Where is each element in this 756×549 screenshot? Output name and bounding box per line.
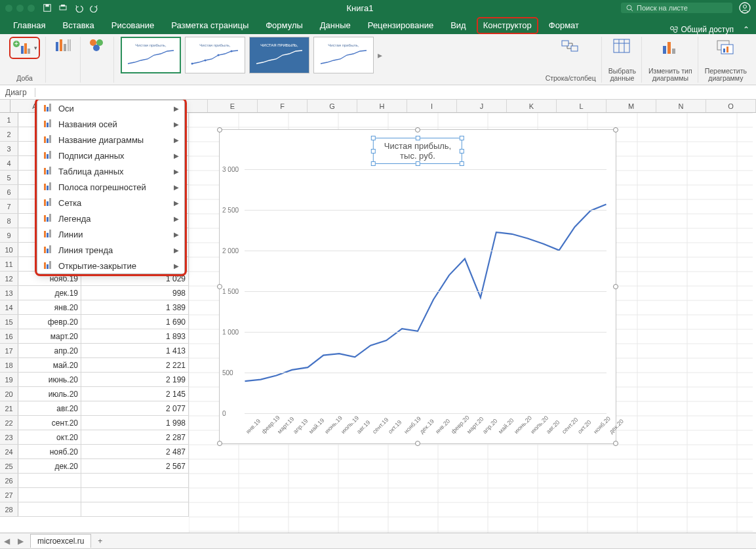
tab-review[interactable]: Рецензирование [361, 17, 440, 34]
save-icon[interactable] [43, 3, 52, 12]
row-header[interactable]: 9 [0, 228, 18, 242]
cell[interactable]: февр.20 [18, 315, 81, 329]
cell[interactable]: 2 487 [81, 445, 189, 458]
row-header[interactable]: 1 [0, 113, 18, 127]
col-header[interactable]: K [507, 100, 557, 112]
row-header[interactable]: 11 [0, 257, 18, 271]
row-header[interactable]: 7 [0, 199, 18, 213]
menu-item-error-bars[interactable]: Полоса погрешностей▶ [37, 179, 184, 195]
row-header[interactable]: 15 [0, 315, 18, 329]
cell[interactable]: дек.19 [18, 286, 81, 300]
share-button[interactable]: Общий доступ [669, 25, 734, 34]
cell[interactable]: 1 413 [81, 344, 189, 357]
row-header[interactable]: 21 [0, 401, 18, 415]
menu-item-data-table[interactable]: Таблица данных▶ [37, 163, 184, 179]
cell[interactable]: июнь.20 [18, 373, 81, 386]
row-header[interactable]: 20 [0, 387, 18, 401]
tab-pagelayout[interactable]: Разметка страницы [165, 17, 255, 34]
row-header[interactable]: 19 [0, 373, 18, 386]
menu-item-axis-titles[interactable]: Названия осей▶ [37, 116, 184, 132]
col-header[interactable]: J [457, 100, 507, 112]
cell[interactable]: март.20 [18, 329, 81, 343]
change-chart-type-icon[interactable] [659, 37, 681, 56]
row-header[interactable]: 4 [0, 156, 18, 170]
tab-draw[interactable]: Рисование [105, 17, 161, 34]
col-header[interactable]: N [656, 100, 706, 112]
cell[interactable]: 2 221 [81, 358, 189, 372]
cell[interactable]: апр.20 [18, 344, 81, 357]
tab-format[interactable]: Формат [542, 17, 586, 34]
tab-data[interactable]: Данные [313, 17, 357, 34]
row-header[interactable]: 8 [0, 214, 18, 228]
cell[interactable]: 2 145 [81, 387, 189, 401]
row-header[interactable]: 6 [0, 185, 18, 199]
cell[interactable] [81, 488, 189, 502]
menu-item-lines[interactable]: Линии▶ [37, 226, 184, 242]
row-header[interactable]: 26 [0, 474, 18, 487]
add-chart-element-button[interactable]: + ▾ [9, 37, 40, 59]
sheet-tab[interactable]: microexcel.ru [30, 534, 91, 548]
col-header[interactable]: E [208, 100, 258, 112]
menu-item-legend[interactable]: Легенда▶ [37, 211, 184, 226]
cell[interactable] [81, 502, 189, 516]
cell[interactable]: 2 199 [81, 373, 189, 386]
menu-item-trendline[interactable]: Линия тренда▶ [37, 242, 184, 258]
quick-layout-icon[interactable] [52, 37, 75, 54]
cell[interactable] [18, 488, 81, 502]
chart-title[interactable]: Чистая прибыль,тыс. руб. [373, 138, 462, 164]
cell[interactable]: 1 690 [81, 315, 189, 329]
row-header[interactable]: 24 [0, 445, 18, 458]
traffic-lights[interactable] [5, 5, 35, 12]
col-header[interactable]: H [357, 100, 407, 112]
row-header[interactable]: 23 [0, 430, 18, 444]
cell[interactable] [18, 502, 81, 516]
collapse-ribbon-icon[interactable]: ⌃ [743, 25, 749, 34]
search-input[interactable]: Поиск на листе [621, 3, 732, 13]
cell[interactable]: сент.20 [18, 416, 81, 430]
switch-rowcol-icon[interactable] [559, 37, 582, 56]
cell[interactable]: 2 287 [81, 430, 189, 444]
row-header[interactable]: 28 [0, 502, 18, 516]
print-icon[interactable] [58, 3, 68, 12]
tab-view[interactable]: Вид [444, 17, 473, 34]
cell[interactable]: 2 567 [81, 459, 189, 473]
cell[interactable] [81, 474, 189, 487]
row-header[interactable]: 2 [0, 127, 18, 141]
quick-access-toolbar[interactable] [43, 3, 99, 12]
col-header[interactable]: I [407, 100, 457, 112]
row-header[interactable]: 12 [0, 272, 18, 285]
chart-style-3[interactable]: ЧИСТАЯ ПРИБЫЛЬ, [249, 37, 309, 73]
col-header[interactable]: F [258, 100, 308, 112]
change-colors-icon[interactable] [87, 37, 108, 54]
row-header[interactable]: 14 [0, 300, 18, 314]
cell[interactable]: авг.20 [18, 401, 81, 415]
cell[interactable]: июль.20 [18, 387, 81, 401]
chart-style-4[interactable]: Чистая прибыль, [313, 37, 374, 73]
row-header[interactable]: 27 [0, 488, 18, 502]
sheet-nav-prev[interactable]: ◀ [0, 537, 14, 546]
user-icon[interactable] [739, 2, 751, 14]
chart-object[interactable]: Чистая прибыль,тыс. руб. 05001 0001 5002… [219, 129, 616, 444]
add-sheet-button[interactable]: + [91, 537, 109, 546]
sheet-nav-next[interactable]: ▶ [14, 537, 28, 546]
name-box[interactable]: Диагр [3, 88, 35, 97]
chart-plot-area[interactable]: 05001 0001 5002 0002 5003 000янв.19февр.… [245, 169, 607, 412]
cell[interactable]: 1 893 [81, 329, 189, 343]
tab-formulas[interactable]: Формулы [259, 17, 309, 34]
col-header[interactable]: G [308, 100, 357, 112]
cell[interactable]: май.20 [18, 358, 81, 372]
cell[interactable]: 1 998 [81, 416, 189, 430]
menu-item-data-labels[interactable]: Подписи данных▶ [37, 148, 184, 163]
col-header[interactable]: M [607, 100, 656, 112]
styles-more-icon[interactable]: ▸ [378, 50, 382, 60]
chart-style-1[interactable]: Чистая прибыль, [121, 37, 181, 73]
row-header[interactable]: 3 [0, 142, 18, 155]
cell[interactable]: 998 [81, 286, 189, 300]
row-header[interactable]: 17 [0, 344, 18, 357]
row-header[interactable]: 22 [0, 416, 18, 430]
worksheet[interactable]: A B CDEFGHIJKLMNO 123456789авг.1967810се… [0, 100, 756, 533]
row-header[interactable]: 5 [0, 171, 18, 184]
undo-icon[interactable] [74, 3, 83, 12]
row-header[interactable]: 10 [0, 243, 18, 256]
menu-item-updown-bars[interactable]: Открытие-закрытие▶ [37, 258, 184, 274]
